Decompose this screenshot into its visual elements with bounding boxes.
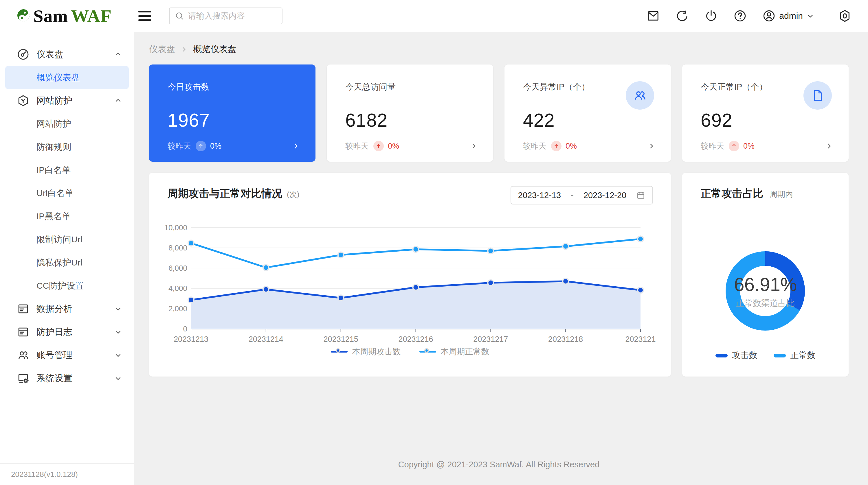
line-chart-unit: (次) [287,189,299,199]
user-name: admin [779,11,803,21]
compare-label: 较昨天 [701,141,724,151]
legend-label: 本周期正常数 [441,346,489,357]
chevron-down-icon [114,328,122,336]
search-input[interactable] [188,11,277,21]
card-chevron-right-icon[interactable] [647,142,656,151]
sidebar-item-ip-blacklist[interactable]: IP黑名单 [0,205,134,228]
sidebar-item-ip-whitelist[interactable]: IP白名单 [0,159,134,182]
refresh-icon[interactable] [676,9,689,23]
donut-subtitle: 周期内 [770,189,793,199]
mail-icon[interactable] [647,9,660,23]
sidebar-item-protection-logs[interactable]: 防护日志 [0,320,134,344]
stat-card-value: 692 [701,109,831,131]
stat-card-value: 1967 [167,109,298,131]
sidebar-item-dashboard[interactable]: 仪表盘 [0,43,134,66]
stat-card-footer: 较昨天 0% [345,141,478,151]
chevron-down-icon [114,304,122,313]
sidebar-item-restricted-url[interactable]: 限制访问Url [0,228,134,251]
menu-toggle-icon[interactable] [138,11,151,21]
breadcrumb-separator-icon [180,46,188,53]
legend-item[interactable]: 本周期正常数 [420,346,489,357]
card-chevron-right-icon[interactable] [469,142,478,151]
svg-text:20231215: 20231215 [323,335,358,344]
copyright-text: Copyright @ 2021-2023 SamWaf. All Rights… [149,460,848,470]
sidebar-item-label: CC防护设置 [36,280,84,292]
sidebar-item-label: 限制访问Url [36,234,82,246]
help-icon[interactable] [734,9,747,23]
chevron-up-icon [114,96,122,105]
file-icon [803,81,832,109]
main-content: 仪表盘 概览仪表盘 今日攻击数 1967 较昨天 0% 今天总访问量 6182 [134,32,868,485]
user-menu[interactable]: admin [762,9,814,23]
stat-card-footer: 较昨天 0% [523,141,656,151]
svg-text:8,000: 8,000 [168,244,187,252]
line-chart: 02,0004,0006,0008,00010,0002023121320231… [161,220,658,368]
legend-marker-icon [331,349,348,355]
donut-legend: 攻击数正常数 [682,350,848,361]
stat-card-title: 今日攻击数 [167,81,298,93]
sidebar-menu: 仪表盘 概览仪表盘 网站防护 网站防护 防御规则 IP白名单 [0,32,134,390]
date-range-picker[interactable]: 2023-12-13 - 2023-12-20 [510,186,653,204]
legend-label: 正常数 [790,350,816,361]
legend-item[interactable]: 本周期攻击数 [331,346,401,357]
sidebar-item-label: IP黑名单 [36,211,71,222]
system-settings-icon [17,372,30,385]
stat-card-footer: 较昨天 0% [701,141,834,151]
sidebar-item-label: 防御规则 [36,141,71,153]
sidebar-item-label: 账号管理 [36,349,72,361]
sidebar-item-label: 隐私保护Url [36,257,82,269]
stat-card-normal-ip: 今天正常IP（个） 692 较昨天 0% [682,64,848,162]
compare-label: 较昨天 [167,141,191,151]
card-chevron-right-icon[interactable] [292,142,301,151]
sidebar-item-label: 概览仪表盘 [36,72,80,84]
svg-text:0: 0 [183,324,187,333]
power-icon[interactable] [705,9,718,23]
sidebar-item-overview-dashboard[interactable]: 概览仪表盘 [5,66,129,89]
breadcrumb-parent[interactable]: 仪表盘 [149,43,175,55]
chevron-down-icon [114,351,122,359]
sidebar-item-site-protection-group[interactable]: 网站防护 [0,89,134,112]
breadcrumb-current: 概览仪表盘 [193,43,237,55]
legend-item[interactable]: 攻击数 [715,350,757,361]
sidebar-item-url-whitelist[interactable]: Url白名单 [0,182,134,205]
arrow-up-icon [729,141,739,151]
sidebar-item-label: 网站防护 [36,118,71,130]
brand-logo[interactable]: SamWAF [17,6,112,26]
sidebar-item-cc-protection[interactable]: CC防护设置 [0,274,134,297]
legend-marker-icon [420,349,436,355]
stat-cards-row: 今日攻击数 1967 较昨天 0% 今天总访问量 6182 较昨天 0% [149,64,848,162]
legend-item[interactable]: 正常数 [774,350,816,361]
card-chevron-right-icon[interactable] [825,142,834,151]
sidebar-item-system-settings[interactable]: 系统设置 [0,367,134,390]
calendar-icon [636,191,645,200]
settings-gear-icon[interactable] [838,9,851,23]
sidebar-item-defense-rules[interactable]: 防御规则 [0,135,134,159]
version-bar: 20231128(v1.0.128) [0,463,134,485]
donut-panel: 正常攻击占比 周期内 66.91% 正常数渠道占比 攻击数正常数 [682,173,848,377]
svg-text:20231217: 20231217 [473,335,508,344]
compare-label: 较昨天 [523,141,547,151]
delta-value: 0% [565,142,577,151]
charts-row: 周期攻击与正常对比情况 (次) 2023-12-13 - 2023-12-20 … [149,173,848,377]
sidebar-item-site-protection[interactable]: 网站防护 [0,112,134,135]
sidebar-item-account-management[interactable]: 账号管理 [0,344,134,367]
accounts-icon [17,349,30,361]
top-header: SamWAF admin [0,0,868,32]
sidebar-item-privacy-url[interactable]: 隐私保护Url [0,251,134,274]
svg-text:4,000: 4,000 [168,284,187,293]
legend-label: 攻击数 [732,350,757,361]
line-chart-title: 周期攻击与正常对比情况 [167,187,282,201]
stat-card-footer: 较昨天 0% [167,141,301,151]
stat-card-value: 422 [523,109,654,131]
version-text: 20231128(v1.0.128) [11,470,78,479]
sidebar-item-data-analysis[interactable]: 数据分析 [0,297,134,320]
sidebar-item-label: 数据分析 [36,303,72,315]
compare-label: 较昨天 [345,141,369,151]
shield-icon [17,94,30,107]
svg-text:6,000: 6,000 [168,264,187,272]
stat-card-today-attacks: 今日攻击数 1967 较昨天 0% [149,64,315,162]
avatar-icon [762,9,776,23]
line-chart-legend: 本周期攻击数本周期正常数 [149,346,671,357]
sidebar-item-label: IP白名单 [36,164,71,176]
date-range-end: 2023-12-20 [584,191,626,200]
